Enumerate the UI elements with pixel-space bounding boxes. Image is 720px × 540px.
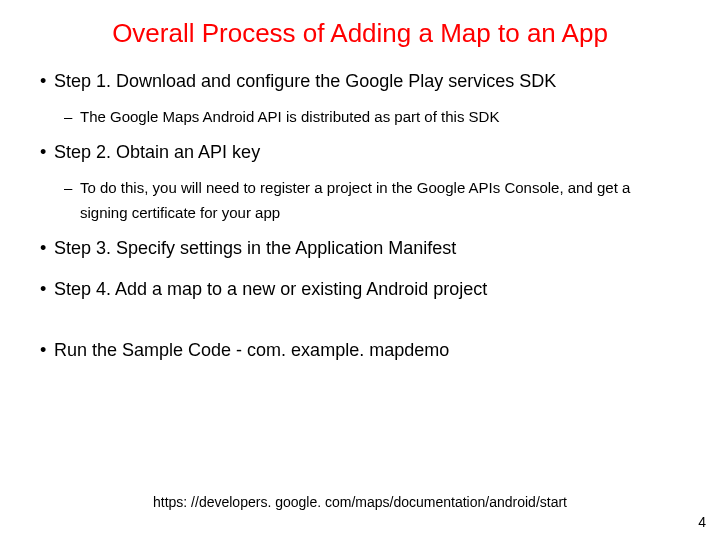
step4-bullet: Step 4. Add a map to a new or existing A… (40, 279, 680, 300)
step2-bullet: Step 2. Obtain an API key (40, 142, 680, 163)
step1-sub-bullet: The Google Maps Android API is distribut… (40, 104, 680, 130)
run-bullet: Run the Sample Code - com. example. mapd… (40, 340, 680, 361)
footer-link: https: //developers. google. com/maps/do… (0, 494, 720, 510)
page-number: 4 (698, 514, 706, 530)
slide-title: Overall Process of Adding a Map to an Ap… (50, 18, 670, 49)
step2-sub-bullet: To do this, you will need to register a … (40, 175, 680, 226)
step1-bullet: Step 1. Download and configure the Googl… (40, 71, 680, 92)
step3-bullet: Step 3. Specify settings in the Applicat… (40, 238, 680, 259)
